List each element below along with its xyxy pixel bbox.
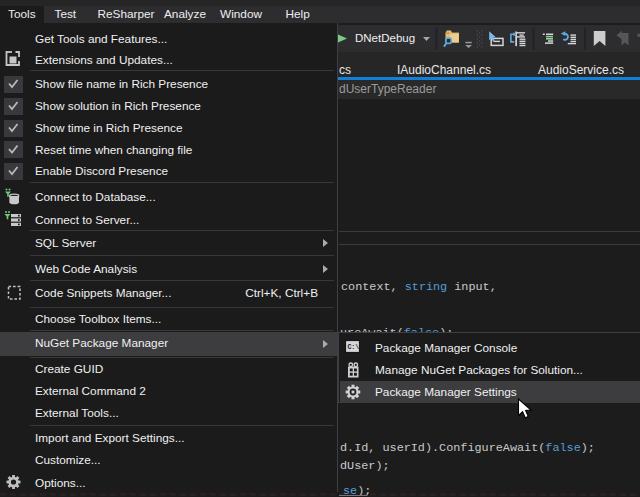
svg-text:C:\: C:\ <box>347 344 359 351</box>
